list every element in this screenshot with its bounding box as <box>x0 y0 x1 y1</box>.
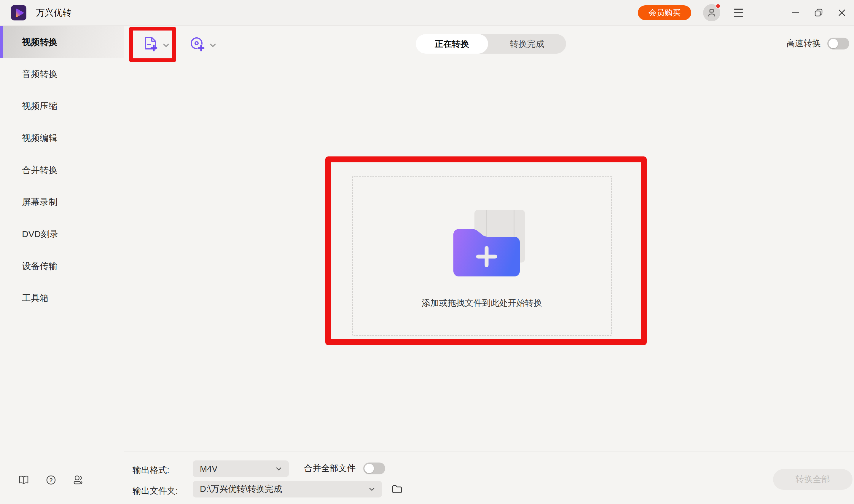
restore-icon <box>814 8 823 17</box>
add-file-icon <box>142 36 159 52</box>
sidebar-bottom-tools: ? <box>18 474 84 486</box>
output-format-label: 输出格式: <box>133 464 169 476</box>
add-disc-button[interactable] <box>189 36 216 52</box>
output-settings-bar: 输出格式: M4V 合并全部文件 输出文件夹: D:\万兴优转\转换完成 <box>124 452 854 504</box>
toggle-knob <box>364 464 374 473</box>
minimize-icon <box>791 8 800 17</box>
menu-button[interactable] <box>732 7 745 19</box>
file-dropzone[interactable] <box>352 176 612 336</box>
output-folder-path: D:\万兴优转\转换完成 <box>200 483 282 495</box>
help-circle-icon: ? <box>46 474 57 486</box>
app-logo-icon <box>11 5 27 20</box>
chevron-down-icon <box>210 43 216 48</box>
open-folder-button[interactable] <box>390 483 404 496</box>
account-avatar[interactable] <box>703 4 720 21</box>
output-folder-select[interactable]: D:\万兴优转\转换完成 <box>193 481 382 498</box>
sidebar-item-video-compress[interactable]: 视频压缩 <box>0 90 124 122</box>
community-button[interactable] <box>72 474 84 486</box>
add-disc-icon <box>189 36 206 52</box>
sidebar-item-merge-convert[interactable]: 合并转换 <box>0 154 124 186</box>
sidebar-item-video-edit[interactable]: 视频编辑 <box>0 122 124 154</box>
sidebar-item-device-transfer[interactable]: 设备传输 <box>0 250 124 282</box>
help-button[interactable]: ? <box>45 474 57 486</box>
titlebar-right-group: 会员购买 <box>638 4 854 21</box>
convert-status-tabs: 正在转换 转换完成 <box>416 34 566 54</box>
chevron-down-icon <box>163 43 169 48</box>
sidebar-item-dvd-burn[interactable]: DVD刻录 <box>0 218 124 250</box>
sidebar-item-video-convert[interactable]: 视频转换 <box>0 26 124 58</box>
merge-all-group: 合并全部文件 <box>304 463 385 474</box>
output-format-select[interactable]: M4V <box>193 461 289 477</box>
convert-toolbar: 正在转换 转换完成 高速转换 <box>124 26 854 61</box>
chevron-down-icon <box>369 487 375 491</box>
buy-membership-button[interactable]: 会员购买 <box>638 5 691 20</box>
notification-dot <box>716 3 720 8</box>
merge-all-label: 合并全部文件 <box>304 463 355 474</box>
fast-convert-toggle[interactable] <box>827 38 849 50</box>
close-icon <box>837 8 846 17</box>
toggle-knob <box>829 39 838 48</box>
user-guide-button[interactable] <box>18 474 30 486</box>
sidebar-item-audio-convert[interactable]: 音频转换 <box>0 58 124 90</box>
add-file-button[interactable] <box>142 36 169 52</box>
folder-icon <box>391 483 403 495</box>
fast-convert-group: 高速转换 <box>786 26 849 61</box>
app-title: 万兴优转 <box>36 7 71 19</box>
community-icon <box>73 474 84 486</box>
chevron-down-icon <box>276 467 282 471</box>
convert-all-button[interactable]: 转换全部 <box>773 469 853 490</box>
maximize-button[interactable] <box>812 6 825 20</box>
menu-icon <box>734 8 743 10</box>
merge-all-toggle[interactable] <box>363 463 385 474</box>
output-folder-label: 输出文件夹: <box>133 485 178 497</box>
minimize-button[interactable] <box>789 6 802 20</box>
sidebar-item-toolbox[interactable]: 工具箱 <box>0 282 124 314</box>
sidebar: 视频转换 音频转换 视频压缩 视频编辑 合并转换 屏幕录制 DVD刻录 设备传输… <box>0 26 124 504</box>
title-bar: 万兴优转 会员购买 <box>0 0 854 26</box>
book-open-icon <box>18 474 29 486</box>
sidebar-item-screen-record[interactable]: 屏幕录制 <box>0 186 124 218</box>
tab-converting[interactable]: 正在转换 <box>416 34 488 54</box>
output-format-value: M4V <box>200 464 217 474</box>
fast-convert-label: 高速转换 <box>786 38 821 50</box>
svg-text:?: ? <box>49 477 53 483</box>
content-area: 添加或拖拽文件到此处开始转换 <box>124 61 854 452</box>
app-window: 万兴优转 会员购买 <box>0 0 854 504</box>
user-icon <box>707 8 717 18</box>
main-area: 正在转换 转换完成 高速转换 <box>124 26 854 504</box>
close-button[interactable] <box>835 6 849 20</box>
tab-finished[interactable]: 转换完成 <box>488 34 566 54</box>
